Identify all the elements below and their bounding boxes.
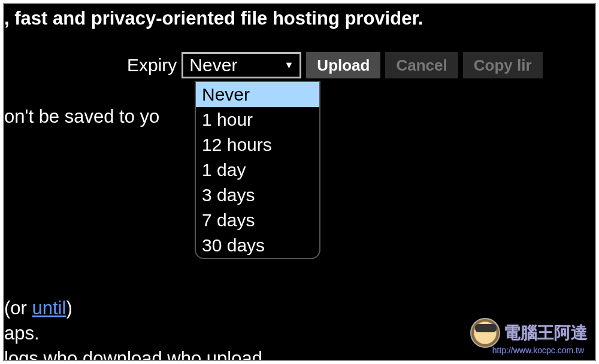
body-text-line4: logs who download who upload [4,348,262,361]
expiry-option-3days[interactable]: 3 days [196,183,319,208]
chevron-down-icon: ▼ [285,60,294,71]
until-link[interactable]: until [32,298,66,318]
expiry-select[interactable]: Never ▼ [181,52,301,78]
expiry-option-7days[interactable]: 7 days [196,208,319,233]
line2-post: ) [66,298,72,318]
expiry-option-never[interactable]: Never [196,82,319,107]
watermark-text: 電腦王阿達 [504,321,588,344]
body-text-line2: (or until) [4,298,72,319]
body-text-line1: on't be saved to yo [4,106,159,128]
upload-button[interactable]: Upload [306,52,380,78]
expiry-option-30days[interactable]: 30 days [196,233,319,258]
watermark-url: http://www.kocpc.com.tw [492,345,584,355]
cancel-button: Cancel [385,52,458,78]
expiry-dropdown[interactable]: Never 1 hour 12 hours 1 day 3 days 7 day… [195,81,320,259]
expiry-option-1day[interactable]: 1 day [196,157,319,183]
expiry-label: Expiry [127,55,177,75]
body-text-line3: aps. [4,323,40,344]
tagline-text: , fast and privacy-oriented file hosting… [4,8,423,29]
watermark-face-icon [470,318,500,348]
screenshot-frame: , fast and privacy-oriented file hosting… [3,3,596,361]
upload-controls: Expiry Never ▼ Upload Cancel Copy lir [127,52,543,78]
expiry-selected-value: Never [189,55,284,75]
copy-link-button: Copy lir [463,52,543,78]
line2-pre: (or [4,298,32,318]
expiry-option-12hours[interactable]: 12 hours [196,132,319,157]
expiry-option-1hour[interactable]: 1 hour [196,107,319,132]
watermark: 電腦王阿達 [470,318,588,348]
